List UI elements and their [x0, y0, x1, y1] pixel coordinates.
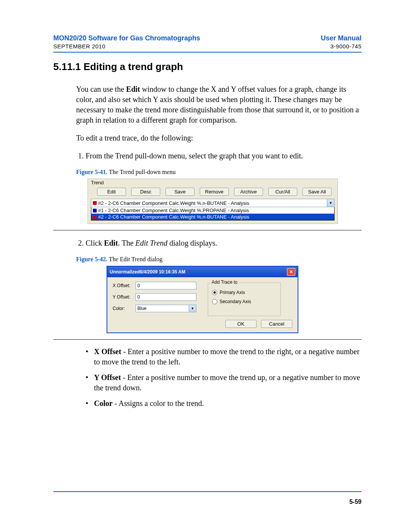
edit-trend-dialog: Unnormalized6/4/2009 10:16:35 AM ✕ X Off… — [107, 266, 298, 333]
bullet-y-offset: Y Offset - Enter a positive number to mo… — [86, 372, 362, 393]
trend-swatch-icon — [93, 215, 97, 219]
intro-paragraph: You can use the Edit window to change th… — [76, 84, 362, 125]
section-title: Editing a trend graph — [84, 61, 183, 72]
x-offset-label: X Offset: — [113, 283, 135, 288]
dialog-body: X Offset: Y Offset: Color: Blue ▼ Add Tr… — [107, 277, 298, 320]
page-number: 5-59 — [349, 498, 362, 505]
radio-icon — [212, 290, 217, 295]
edit-button[interactable]: Edit — [97, 188, 126, 196]
step-2: Click Edit. The Edit Trend dialog displa… — [86, 238, 362, 248]
y-offset-label: Y Offset: — [113, 294, 135, 300]
trend-dropdown-item[interactable]: #1 - 2-C6 Chamber Component Calc.Weight … — [91, 207, 334, 214]
cancel-button[interactable]: Cancel — [261, 320, 292, 328]
figure-5-41-caption: Figure 5-41. The Trend pull-down menu — [76, 169, 362, 176]
groupbox-legend: Add Trace to — [210, 280, 239, 285]
trend-button-row: Edit Desc Save Remove Archive Cur/All Sa… — [97, 188, 335, 196]
figure-5-42-text: The Edit Trend dialog — [107, 256, 162, 262]
color-select[interactable]: Blue ▼ — [135, 305, 196, 312]
dialog-button-row: OK Cancel — [107, 320, 298, 332]
save-all-button[interactable]: Save All — [303, 188, 331, 196]
header-date: SEPTEMBER 2010 — [53, 43, 105, 50]
figure-divider — [53, 230, 362, 230]
trend-group-label: Trend — [90, 180, 104, 185]
figure-5-42-label: Figure 5-42. — [76, 256, 107, 262]
trend-dropdown-item-selected[interactable]: #2 - 2-C6 Chamber Component Calc.Weight … — [91, 214, 334, 220]
footer-rule — [53, 491, 362, 492]
trend-dropdown[interactable]: #2 - 2-C6 Chamber Component Calc.Weight … — [91, 199, 335, 207]
chevron-down-icon[interactable]: ▼ — [327, 199, 334, 207]
lead-in-paragraph: To edit a trend trace, do the following: — [76, 133, 362, 143]
remove-button[interactable]: Remove — [200, 188, 229, 196]
manual-page: MON20/20 Software for Gas Chromatographs… — [0, 0, 411, 532]
desc-button[interactable]: Desc — [131, 188, 160, 196]
color-select-value: Blue — [137, 306, 147, 311]
bullet-color: Color - Assigns a color to the trend. — [86, 398, 362, 409]
header-product-title: MON20/20 Software for Gas Chromatographs — [53, 34, 200, 42]
option-bullets: X Offset - Enter a positive number to mo… — [86, 347, 362, 409]
ok-button[interactable]: OK — [225, 320, 256, 328]
header-doc-type: User Manual — [321, 34, 362, 42]
section-heading: 5.11.1 Editing a trend graph — [53, 61, 362, 73]
header-doc-number: 3-9000-745 — [330, 43, 362, 50]
figure-divider-2 — [53, 339, 362, 340]
color-label: Color: — [113, 306, 135, 311]
trend-dropdown-selected: #2 - 2-C6 Chamber Component Calc.Weight … — [98, 200, 249, 206]
bullet-x-offset: X Offset - Enter a positive number to mo… — [86, 347, 362, 367]
secondary-axis-radio[interactable]: Secondary Axis — [212, 299, 277, 304]
page-header: MON20/20 Software for Gas Chromatographs… — [53, 34, 362, 42]
trend-pulldown-panel: Trend Edit Desc Save Remove Archive Cur/… — [88, 179, 338, 224]
trend-swatch-icon — [93, 201, 97, 205]
dialog-titlebar: Unnormalized6/4/2009 10:16:35 AM ✕ — [107, 267, 298, 277]
procedure-steps: From the Trend pull-down menu, select th… — [76, 151, 362, 161]
save-button[interactable]: Save — [166, 188, 194, 196]
trend-swatch-icon — [93, 209, 97, 212]
section-number: 5.11.1 — [53, 61, 81, 72]
figure-5-41-label: Figure 5-41. — [76, 169, 107, 175]
archive-button[interactable]: Archive — [234, 188, 263, 196]
figure-5-41-text: The Trend pull-down menu — [107, 169, 175, 175]
radio-icon — [212, 299, 217, 304]
dialog-fields: X Offset: Y Offset: Color: Blue ▼ — [113, 282, 196, 316]
cur-all-button[interactable]: Cur/All — [268, 188, 297, 196]
y-offset-input[interactable] — [135, 293, 196, 301]
step-1: From the Trend pull-down menu, select th… — [86, 151, 362, 161]
figure-5-42-caption: Figure 5-42. The Edit Trend dialog — [76, 256, 362, 263]
trend-dropdown-list: #1 - 2-C6 Chamber Component Calc.Weight … — [91, 207, 335, 220]
close-icon[interactable]: ✕ — [287, 268, 295, 276]
add-trace-groupbox: Add Trace to Primary Axis Secondary Axis — [208, 283, 281, 316]
header-rule — [53, 52, 362, 53]
page-subheader: SEPTEMBER 2010 3-9000-745 — [53, 43, 362, 50]
dialog-title: Unnormalized6/4/2009 10:16:35 AM — [110, 269, 185, 275]
x-offset-input[interactable] — [135, 282, 196, 289]
chevron-down-icon[interactable]: ▼ — [189, 305, 196, 312]
primary-axis-radio[interactable]: Primary Axis — [212, 290, 277, 295]
procedure-steps-cont: Click Edit. The Edit Trend dialog displa… — [76, 238, 362, 248]
